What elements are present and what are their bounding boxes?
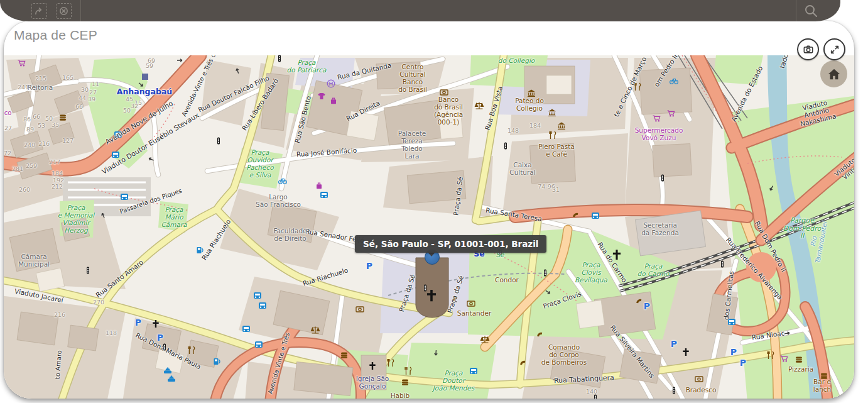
page-title: Mapa de CEP [14,28,97,43]
camera-icon [803,45,813,55]
bus-icon [259,302,266,309]
cathedral-se-building [416,258,448,317]
bus-icon [728,319,735,325]
tlight-icon [661,175,664,182]
bus-icon [470,368,477,374]
home-icon [827,67,841,81]
metro-icon [142,74,148,80]
snapshot-button[interactable] [797,38,819,60]
tlight-icon [544,270,546,277]
tlight-icon [278,55,281,62]
bus-icon [255,341,263,348]
bus-icon [320,192,328,198]
map-base-layer [4,55,854,399]
toolbar-divider [796,0,796,21]
map-canvas[interactable]: Avenida Nove de JulhoViaduto Doutor Eusé… [4,55,854,399]
burger-icon [341,353,347,358]
tlight-icon [217,138,220,145]
bus-icon [254,292,261,299]
expand-icon [830,45,840,55]
fullscreen-button[interactable] [823,38,845,60]
bus-icon [121,194,128,200]
bus-icon [592,213,599,219]
bus-icon [242,326,250,332]
tlight-icon [424,285,426,292]
tlight-icon [594,395,597,399]
toolbar-divider [80,0,81,21]
clear-selections-button[interactable] [56,3,72,19]
burger-icon [402,380,408,385]
share-button[interactable] [31,3,47,19]
search-button[interactable] [803,3,819,19]
bus-icon [114,131,122,138]
burger-icon [796,357,802,363]
tlight-icon [504,143,507,150]
share-icon [35,6,44,16]
location-tooltip: Sé, São Paulo - SP, 01001-001, Brazil [355,235,546,253]
search-icon [804,4,818,18]
home-button[interactable] [820,60,847,87]
tlight-icon [673,387,675,394]
tlight-icon [163,344,166,351]
tlight-icon [721,261,724,268]
map-card: Mapa de CEP [4,21,854,399]
selections-toolbar [0,0,840,21]
burger-icon [60,115,66,121]
tlight-icon [87,267,89,274]
clear-selections-icon [59,6,68,16]
bus-icon [112,152,119,158]
burger-icon [821,373,827,379]
